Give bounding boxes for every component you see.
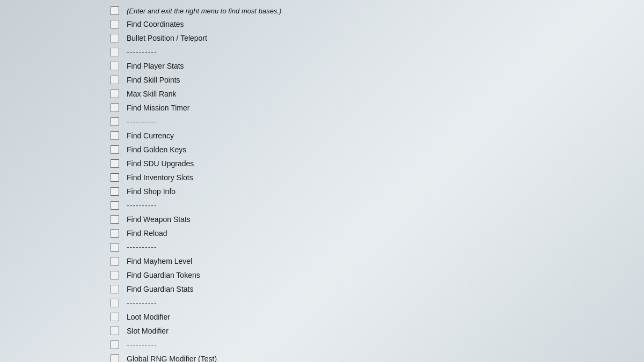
separator-checkbox[interactable]: [111, 243, 119, 252]
list-item: ----------: [107, 198, 633, 212]
find-shop-info-checkbox[interactable]: [111, 187, 119, 196]
loot-modifier-label: Loot Modifier: [122, 313, 580, 321]
rows-container: Find Coordinates </span> Bullet Position…: [107, 17, 633, 362]
list-item: Find Mayhem Level </span>: [107, 254, 633, 268]
find-currency-checkbox[interactable]: [111, 131, 119, 140]
separator-checkbox[interactable]: [111, 299, 119, 307]
separator-checkbox[interactable]: [111, 117, 119, 126]
item-checkbox-cell: [107, 257, 122, 265]
find-reload-checkbox[interactable]: [111, 229, 119, 238]
intro-row: (Enter and exit the right menu to find m…: [107, 4, 633, 17]
item-checkbox-cell: [107, 285, 122, 293]
list-item: ----------: [107, 338, 633, 352]
list-item: Bullet Position / Teleport </span>: [107, 31, 633, 45]
list-item: Find Currency </span>: [107, 129, 633, 143]
separator-checkbox-cell: [107, 299, 122, 307]
separator-checkbox[interactable]: [111, 341, 119, 349]
find-guardian-tokens-checkbox[interactable]: [111, 271, 119, 279]
list-item: Find Player Stats </span>: [107, 59, 633, 73]
separator-checkbox-cell: [107, 48, 122, 56]
item-checkbox-cell: [107, 159, 122, 168]
find-weapon-stats-label: Find Weapon Stats: [122, 215, 580, 224]
max-skill-rank-checkbox[interactable]: [111, 90, 119, 98]
find-guardian-stats-checkbox[interactable]: [111, 285, 119, 293]
separator-checkbox-cell: [107, 341, 122, 349]
find-inventory-slots-label: Find Inventory Slots: [122, 173, 580, 182]
item-checkbox-cell: [107, 90, 122, 98]
list-item: Find Inventory Slots </span>: [107, 171, 633, 184]
slot-modifier-label: Slot Modifier: [122, 327, 580, 335]
list-item: ----------: [107, 115, 633, 129]
item-checkbox-cell: [107, 145, 122, 154]
list-item: ----------: [107, 240, 633, 254]
find-mayhem-level-checkbox[interactable]: [111, 257, 119, 265]
list-item: Max Skill Rank </span>: [107, 87, 633, 101]
find-reload-label: Find Reload: [122, 229, 580, 238]
find-golden-keys-label: Find Golden Keys: [122, 145, 580, 154]
list-item: Loot Modifier </span>: [107, 310, 633, 324]
loot-modifier-checkbox[interactable]: [111, 313, 119, 321]
list-item: ----------: [107, 45, 633, 59]
list-item: Find Shop Info </span>: [107, 184, 633, 198]
intro-text: (Enter and exit the right menu to find m…: [122, 7, 281, 15]
item-checkbox-cell: [107, 131, 122, 140]
separator-checkbox-cell: [107, 117, 122, 126]
item-checkbox-cell: [107, 327, 122, 335]
find-golden-keys-checkbox[interactable]: [111, 145, 119, 154]
find-skill-points-label: Find Skill Points: [122, 76, 580, 84]
item-checkbox-cell: [107, 313, 122, 321]
separator-label: ----------: [122, 201, 580, 210]
list-item: Find Weapon Stats </span>: [107, 212, 633, 226]
find-mission-timer-checkbox[interactable]: [111, 104, 119, 112]
find-guardian-tokens-label: Find Guardian Tokens: [122, 271, 580, 279]
item-checkbox-cell: [107, 354, 122, 362]
list-item: Find Mission Timer </span>: [107, 101, 633, 115]
list-item: Find Reload </span>: [107, 226, 633, 240]
list-item: Find SDU Upgrades </span>: [107, 157, 633, 171]
global-rng-modifier-checkbox[interactable]: [111, 354, 119, 362]
bullet-position-checkbox[interactable]: [111, 34, 119, 42]
find-sdu-upgrades-label: Find SDU Upgrades: [122, 159, 580, 168]
separator-checkbox[interactable]: [111, 201, 119, 210]
separator-label: ----------: [122, 117, 580, 126]
find-player-stats-checkbox[interactable]: [111, 62, 119, 70]
item-checkbox-cell: [107, 229, 122, 238]
bullet-position-label: Bullet Position / Teleport: [122, 34, 580, 42]
find-shop-info-label: Find Shop Info: [122, 187, 580, 196]
item-checkbox-cell: [107, 271, 122, 279]
find-skill-points-checkbox[interactable]: [111, 76, 119, 84]
item-checkbox-cell: [107, 173, 122, 182]
intro-checkbox[interactable]: [111, 6, 119, 15]
list-item: Slot Modifier </span>: [107, 324, 633, 338]
find-sdu-upgrades-checkbox[interactable]: [111, 159, 119, 168]
intro-checkbox-cell: [107, 6, 122, 15]
list-item: Find Golden Keys </span>: [107, 143, 633, 157]
max-skill-rank-label: Max Skill Rank: [122, 90, 580, 98]
find-guardian-stats-label: Find Guardian Stats: [122, 285, 580, 293]
list-item: Global RNG Modifier (Test) </span>: [107, 352, 633, 362]
find-coordinates-checkbox[interactable]: [111, 20, 119, 28]
find-mission-timer-label: Find Mission Timer: [122, 104, 580, 112]
find-inventory-slots-checkbox[interactable]: [111, 173, 119, 182]
list-item: Find Coordinates </span>: [107, 17, 633, 31]
main-container: (Enter and exit the right menu to find m…: [0, 0, 644, 362]
slot-modifier-checkbox[interactable]: [111, 327, 119, 335]
item-checkbox-cell: [107, 187, 122, 196]
list-item: Find Skill Points </span>: [107, 73, 633, 87]
separator-label: ----------: [122, 48, 580, 56]
separator-label: ----------: [122, 341, 580, 349]
find-coordinates-label: Find Coordinates: [122, 20, 580, 28]
separator-checkbox[interactable]: [111, 48, 119, 56]
global-rng-modifier-label: Global RNG Modifier (Test): [122, 354, 580, 362]
find-weapon-stats-checkbox[interactable]: [111, 215, 119, 224]
list-item: ----------: [107, 296, 633, 310]
separator-checkbox-cell: [107, 201, 122, 210]
find-mayhem-level-label: Find Mayhem Level: [122, 257, 580, 265]
separator-label: ----------: [122, 299, 580, 307]
item-checkbox-cell: [107, 104, 122, 112]
list-item: Find Guardian Stats </span>: [107, 282, 633, 296]
item-checkbox-cell: [107, 76, 122, 84]
item-checkbox-cell: [107, 215, 122, 224]
separator-checkbox-cell: [107, 243, 122, 252]
item-checkbox-cell: [107, 20, 122, 28]
